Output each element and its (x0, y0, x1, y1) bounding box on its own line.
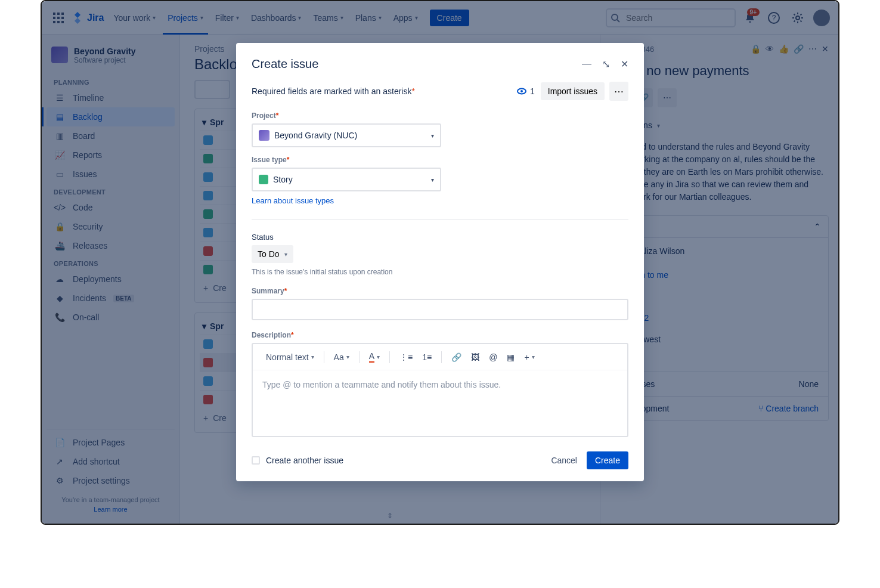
chevron-down-icon: ▾ (284, 251, 287, 258)
issuetype-label: Issue type* (252, 156, 628, 164)
numbered-list-icon[interactable]: 1≡ (419, 350, 435, 364)
create-another-checkbox[interactable]: Create another issue (252, 456, 343, 465)
issuetype-select[interactable]: Story ▾ (252, 168, 441, 191)
description-editor: Normal text▾ Aa▾ A▾ ⋮≡ 1≡ 🔗 🖼 @ ▦ +▾ Typ… (252, 343, 628, 437)
cancel-button[interactable]: Cancel (551, 456, 577, 465)
watchers-count[interactable]: 1 (517, 86, 535, 96)
more-icon[interactable]: ⋯ (609, 82, 628, 101)
svg-point-15 (520, 90, 523, 92)
summary-label: Summary* (252, 287, 628, 295)
status-help: This is the issue's initial status upon … (252, 268, 628, 276)
checkbox-icon (252, 456, 260, 465)
create-submit-button[interactable]: Create (587, 451, 628, 469)
table-icon[interactable]: ▦ (503, 350, 518, 364)
project-icon (259, 130, 269, 141)
bullet-list-icon[interactable]: ⋮≡ (396, 350, 416, 364)
image-icon[interactable]: 🖼 (467, 350, 483, 364)
chevron-down-icon: ▾ (431, 132, 434, 139)
status-label: Status (252, 233, 628, 242)
story-icon (259, 175, 268, 184)
create-issue-modal: Create issue — ⤡ ✕ Required fields are m… (236, 43, 644, 481)
summary-input[interactable] (252, 299, 628, 320)
status-select[interactable]: To Do▾ (252, 245, 293, 263)
learn-issue-types-link[interactable]: Learn about issue types (252, 196, 334, 205)
close-icon[interactable]: ✕ (621, 58, 628, 70)
resize-icon[interactable]: ⤡ (602, 58, 610, 70)
description-textarea[interactable]: Type @ to mention a teammate and notify … (253, 370, 627, 436)
plus-dropdown[interactable]: +▾ (520, 350, 538, 364)
text-style-dropdown[interactable]: Normal text▾ (262, 350, 318, 364)
modal-title: Create issue (252, 57, 318, 71)
description-label: Description* (252, 331, 628, 339)
chevron-down-icon: ▾ (431, 177, 434, 183)
text-color-dropdown[interactable]: A▾ (365, 349, 383, 365)
text-format-dropdown[interactable]: Aa▾ (330, 350, 353, 364)
required-note: Required fields are marked with an aster… (252, 86, 415, 96)
project-select[interactable]: Beyond Gravity (NUC) ▾ (252, 123, 441, 147)
project-label: Project* (252, 112, 628, 120)
mention-icon[interactable]: @ (485, 350, 501, 364)
link-icon[interactable]: 🔗 (448, 350, 465, 364)
minimize-icon[interactable]: — (582, 58, 591, 70)
import-issues-button[interactable]: Import issues (541, 82, 605, 100)
